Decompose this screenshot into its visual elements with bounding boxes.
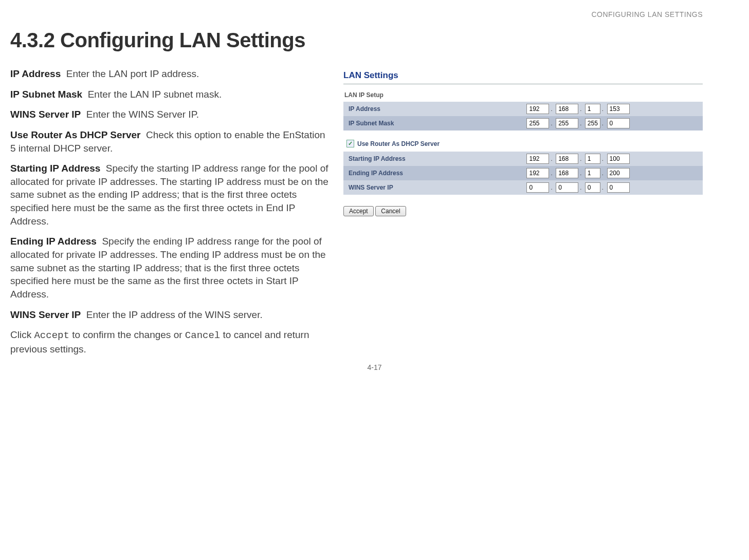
dot-icon: . <box>578 184 583 191</box>
footer-accept: Accept <box>34 330 69 341</box>
text-ip-address: Enter the LAN port IP address. <box>66 68 199 79</box>
desc-ip-address: IP Address Enter the LAN port IP address… <box>10 67 329 81</box>
page-number: 4-17 <box>0 363 749 371</box>
row-ip-address: IP Address . . . <box>343 102 703 116</box>
desc-subnet: IP Subnet Mask Enter the LAN IP subnet m… <box>10 88 329 101</box>
dhcp-checkbox-row[interactable]: ✓ Use Router As DHCP Server <box>346 140 703 147</box>
start-oct3[interactable] <box>585 154 600 164</box>
dot-icon: . <box>578 170 583 176</box>
dot-icon: . <box>600 156 605 162</box>
desc-end: Ending IP Address Specify the ending IP … <box>10 235 329 301</box>
dhcp-table: Starting IP Address . . . Ending IP Addr… <box>343 152 703 195</box>
section-lan-ip-setup: LAN IP Setup <box>343 91 703 99</box>
checkbox-icon[interactable]: ✓ <box>346 140 354 147</box>
end-oct1[interactable] <box>526 168 549 178</box>
end-oct2[interactable] <box>556 168 578 178</box>
label-subnet-mask: IP Subnet Mask <box>343 116 526 130</box>
dot-icon: . <box>578 120 583 126</box>
row-start-ip: Starting IP Address . . . <box>343 152 703 166</box>
text-wins1: Enter the WINS Server IP. <box>86 109 199 120</box>
end-oct3[interactable] <box>585 168 600 178</box>
start-ip-inputs: . . . <box>526 152 703 166</box>
desc-wins2: WINS Server IP Enter the IP address of t… <box>10 308 329 322</box>
description-column: IP Address Enter the LAN port IP address… <box>10 67 329 363</box>
dot-icon: . <box>549 184 554 191</box>
wins-oct3[interactable] <box>585 182 600 193</box>
end-oct4[interactable] <box>607 168 630 178</box>
dot-icon: . <box>578 106 583 112</box>
dot-icon: . <box>549 170 554 176</box>
dot-icon: . <box>578 156 583 162</box>
mask-oct2[interactable] <box>556 118 578 128</box>
ip-oct4[interactable] <box>607 104 630 114</box>
mask-oct3[interactable] <box>585 118 600 128</box>
page-title: 4.3.2 Configuring LAN Settings <box>10 29 703 52</box>
text-wins2: Enter the IP address of the WINS server. <box>86 309 263 320</box>
term-start: Starting IP Address <box>10 163 100 174</box>
dhcp-checkbox-label: Use Router As DHCP Server <box>357 140 440 147</box>
text-subnet: Enter the LAN IP subnet mask. <box>88 89 222 100</box>
label-start-ip: Starting IP Address <box>343 152 526 166</box>
dot-icon: . <box>600 120 605 126</box>
content-row: IP Address Enter the LAN port IP address… <box>10 67 703 363</box>
desc-dhcp: Use Router As DHCP Server Check this opt… <box>10 128 329 155</box>
desc-start: Starting IP Address Specify the starting… <box>10 162 329 228</box>
lan-settings-panel: LAN Settings LAN IP Setup IP Address . .… <box>343 67 703 216</box>
wins-ip-inputs: . . . <box>526 180 703 195</box>
term-end: Ending IP Address <box>10 236 97 247</box>
ip-address-inputs: . . . <box>526 102 703 116</box>
label-end-ip: Ending IP Address <box>343 166 526 180</box>
start-oct1[interactable] <box>526 154 549 164</box>
footer-cancel: Cancel <box>185 330 220 341</box>
label-wins-ip: WINS Server IP <box>343 180 526 195</box>
wins-oct1[interactable] <box>526 182 549 193</box>
running-header: CONFIGURING LAN SETTINGS <box>10 10 703 18</box>
label-ip-address: IP Address <box>343 102 526 116</box>
term-ip-address: IP Address <box>10 68 61 79</box>
dot-icon: . <box>600 106 605 112</box>
dot-icon: . <box>549 156 554 162</box>
ip-oct2[interactable] <box>556 104 578 114</box>
footer-mid: to confirm the changes or <box>69 329 185 340</box>
dot-icon: . <box>600 170 605 176</box>
row-end-ip: Ending IP Address . . . <box>343 166 703 180</box>
term-wins2: WINS Server IP <box>10 309 81 320</box>
desc-footer: Click Accept to confirm the changes or C… <box>10 328 329 356</box>
end-ip-inputs: . . . <box>526 166 703 180</box>
ip-oct1[interactable] <box>526 104 549 114</box>
wins-oct2[interactable] <box>556 182 578 193</box>
accept-button[interactable]: Accept <box>343 206 374 216</box>
mask-oct4[interactable] <box>607 118 630 128</box>
subnet-inputs: . . . <box>526 116 703 130</box>
start-oct4[interactable] <box>607 154 630 164</box>
row-subnet-mask: IP Subnet Mask . . . <box>343 116 703 130</box>
term-subnet: IP Subnet Mask <box>10 89 82 100</box>
button-row: Accept Cancel <box>343 206 703 216</box>
wins-oct4[interactable] <box>607 182 630 193</box>
dot-icon: . <box>549 106 554 112</box>
footer-pre: Click <box>10 329 34 340</box>
cancel-button[interactable]: Cancel <box>375 206 406 216</box>
dot-icon: . <box>549 120 554 126</box>
term-dhcp: Use Router As DHCP Server <box>10 129 140 140</box>
row-wins-ip: WINS Server IP . . . <box>343 180 703 195</box>
start-oct2[interactable] <box>556 154 578 164</box>
mask-oct1[interactable] <box>526 118 549 128</box>
ip-oct3[interactable] <box>585 104 600 114</box>
term-wins1: WINS Server IP <box>10 109 81 120</box>
dot-icon: . <box>600 184 605 191</box>
lan-ip-table: IP Address . . . IP Subnet Mask . . . <box>343 102 703 130</box>
desc-wins1: WINS Server IP Enter the WINS Server IP. <box>10 108 329 121</box>
panel-title: LAN Settings <box>343 70 703 84</box>
